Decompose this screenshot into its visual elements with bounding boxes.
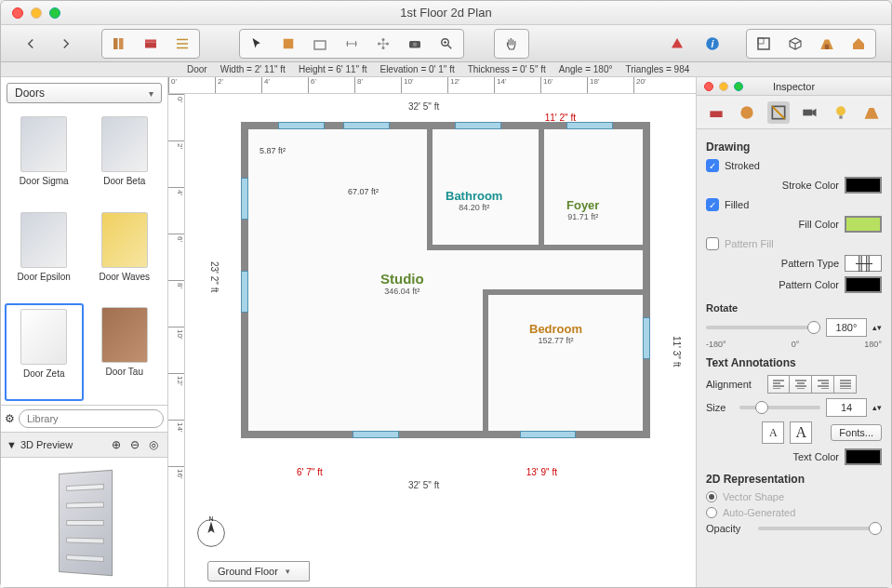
svg-point-11 <box>413 42 418 47</box>
pattern-fill-label: Pattern Fill <box>725 238 882 249</box>
stroke-color-swatch[interactable] <box>845 177 882 194</box>
room-foyer-name: Foyer <box>566 198 599 212</box>
tool-pointer-button[interactable] <box>242 32 272 56</box>
font-small-button[interactable]: A <box>762 421 784 444</box>
nav-back-button[interactable] <box>16 32 46 56</box>
door-thumbnail-icon <box>101 116 148 172</box>
preview-title: 3D Preview <box>20 439 73 450</box>
preview-zoom-fit-icon[interactable]: ◎ <box>145 436 162 453</box>
view-split-button[interactable] <box>812 32 842 56</box>
tool-pan-button[interactable] <box>497 32 526 56</box>
inspector-tab-light[interactable] <box>830 101 852 124</box>
rotate-slider[interactable] <box>706 326 820 329</box>
pattern-color-swatch[interactable] <box>845 276 882 293</box>
status-elevation: Elevation = 0' 1" ft <box>379 64 454 74</box>
align-right-button[interactable] <box>812 375 834 394</box>
library-item[interactable]: Door Waves <box>86 208 165 302</box>
section-2d-rep: 2D Representation <box>706 473 882 486</box>
view-2d-button[interactable] <box>749 32 779 56</box>
library-settings-icon[interactable]: ⚙ <box>5 410 15 427</box>
svg-rect-20 <box>710 111 722 117</box>
dim-bottom: 32' 5" ft <box>408 480 439 490</box>
preview-zoom-in-icon[interactable]: ⊕ <box>108 436 125 453</box>
canvas-area: 0'2'4'6'8'10'12'14'16'18'20' 0'2'4'6'8'1… <box>168 77 696 587</box>
opacity-slider[interactable] <box>758 527 882 530</box>
library-item[interactable]: Door Tau <box>86 303 165 401</box>
nav-forward-button[interactable] <box>51 32 81 56</box>
dim-bottom-right: 13' 9" ft <box>526 467 557 477</box>
inspector-tab-material[interactable] <box>736 101 758 124</box>
filled-checkbox[interactable]: ✓ <box>706 198 719 211</box>
library-item[interactable]: Door Beta <box>86 113 165 207</box>
rotate-min: -180° <box>706 340 726 349</box>
view-home-button[interactable] <box>844 32 873 56</box>
align-justify-button[interactable] <box>834 375 857 394</box>
tool-3d-button[interactable] <box>368 32 398 56</box>
text-color-swatch[interactable] <box>845 448 882 465</box>
view-3d-button[interactable] <box>780 32 810 56</box>
tool-camera-button[interactable] <box>400 32 430 56</box>
tool-room-button[interactable] <box>305 32 335 56</box>
tool-furniture-button[interactable] <box>136 32 166 56</box>
library-item-label: Door Tau <box>106 367 143 377</box>
fill-color-label: Fill Color <box>706 219 839 230</box>
tool-zoom-button[interactable] <box>432 32 461 56</box>
pattern-type-swatch[interactable]: ╫╫ <box>845 255 882 272</box>
inspector-tab-building[interactable] <box>860 101 883 124</box>
hall-area: 67.07 ft² <box>348 187 379 196</box>
room-bedroom-name: Bedroom <box>529 322 582 336</box>
status-height: Height = 6' 11" ft <box>299 64 367 74</box>
font-large-button[interactable]: A <box>790 421 812 444</box>
floorplan-canvas[interactable]: 32' 5" ft 11' 2" ft 32' 5" ft 6' 7" ft 1… <box>185 94 696 587</box>
category-dropdown[interactable]: Doors <box>7 83 162 103</box>
rotate-mid: 0° <box>792 340 800 349</box>
room-bathroom-area: 84.20 ft² <box>446 203 502 212</box>
font-size-slider[interactable] <box>739 406 820 409</box>
inspector-tab-object[interactable] <box>705 101 727 124</box>
auto-generated-radio[interactable] <box>706 507 717 518</box>
library-search-input[interactable] <box>19 409 164 428</box>
room-bathroom-name: Bathroom <box>446 189 502 203</box>
svg-rect-1 <box>119 38 124 49</box>
align-center-button[interactable] <box>790 375 812 394</box>
inspector-tab-camera[interactable] <box>798 101 820 124</box>
svg-text:N: N <box>209 516 214 522</box>
text-color-label: Text Color <box>706 451 839 462</box>
svg-rect-5 <box>314 41 326 49</box>
rotate-stepper[interactable]: ▴▾ <box>872 323 882 332</box>
tool-dimension-button[interactable] <box>337 32 366 56</box>
room-studio-name: Studio <box>380 271 424 287</box>
window-title: 1st Floor 2d Plan <box>1 6 891 20</box>
opacity-label: Opacity <box>706 523 752 534</box>
svg-rect-0 <box>113 38 118 49</box>
svg-rect-4 <box>284 38 294 48</box>
font-size-stepper[interactable]: ▴▾ <box>872 403 882 412</box>
fill-color-swatch[interactable] <box>845 216 882 233</box>
floor-selector[interactable]: Ground Floor <box>207 561 310 581</box>
tool-info-button[interactable]: i <box>698 32 727 56</box>
library-item[interactable]: Door Zeta <box>5 303 84 401</box>
svg-rect-2 <box>145 42 156 47</box>
stroked-checkbox[interactable]: ✓ <box>706 159 719 172</box>
library-item[interactable]: Door Epsilon <box>5 208 84 302</box>
titlebar: 1st Floor 2d Plan <box>1 1 891 25</box>
pattern-fill-checkbox[interactable] <box>706 237 719 250</box>
3d-preview-pane[interactable] <box>1 457 167 587</box>
align-left-button[interactable] <box>767 375 790 394</box>
inspector-tab-2d[interactable] <box>767 101 790 124</box>
library-grid: Door SigmaDoor BetaDoor EpsilonDoor Wave… <box>1 109 167 405</box>
rotate-value[interactable]: 180° <box>826 318 867 337</box>
tool-list-button[interactable] <box>167 32 197 56</box>
svg-rect-23 <box>804 109 813 115</box>
vector-shape-radio[interactable] <box>706 491 717 502</box>
fonts-button[interactable]: Fonts... <box>831 424 882 441</box>
tool-wall-button[interactable] <box>273 32 303 56</box>
door-thumbnail-icon <box>20 309 67 365</box>
preview-disclosure-icon[interactable]: ▼ <box>7 439 17 450</box>
tool-library-button[interactable] <box>104 32 134 56</box>
library-item[interactable]: Door Sigma <box>5 113 84 207</box>
font-size-value[interactable]: 14 <box>826 398 867 417</box>
preview-zoom-out-icon[interactable]: ⊖ <box>126 436 143 453</box>
stroked-label: Stroked <box>725 160 882 171</box>
tool-render-button[interactable] <box>662 32 692 56</box>
